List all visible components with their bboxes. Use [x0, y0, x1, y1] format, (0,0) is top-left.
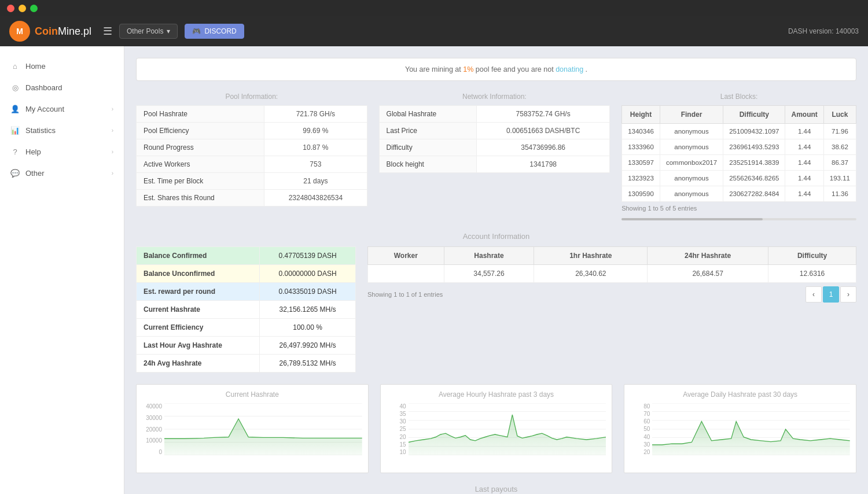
svg-marker-13	[409, 415, 606, 455]
menu-toggle[interactable]: ☰	[103, 25, 112, 38]
table-row: Pool Hashrate721.78 GH/s	[137, 106, 367, 123]
brand: M CoinMine.pl	[9, 21, 91, 42]
pool-info-section: Pool Information: Pool Hashrate721.78 GH…	[136, 93, 367, 220]
brand-name: CoinMine.pl	[35, 25, 91, 38]
table-row: 1323923anonymous255626346.82651.44193.11	[622, 171, 856, 186]
network-info-table: Global Hashrate7583752.74 GH/sLast Price…	[379, 105, 610, 173]
hourly-hashrate-title: Average Hourly Hashrate past 3 days	[387, 390, 606, 399]
pool-label: Pool Hashrate	[137, 106, 264, 123]
table-row: Balance Confirmed0.47705139 DASH	[137, 247, 356, 265]
hourly-hashrate-area: 40 35 30 25 20 15 10	[387, 403, 606, 467]
daily-y-labels: 80 70 60 50 40 30 20	[630, 403, 652, 455]
prev-page-button[interactable]: ‹	[806, 286, 822, 303]
account-row: Balance Confirmed0.47705139 DASHBalance …	[136, 246, 856, 373]
donating-link[interactable]: donating	[556, 65, 583, 73]
sidebar: ⌂ Home ◎ Dashboard 👤 My Account › 📊 Stat…	[0, 46, 124, 494]
workers-col-header: 24hr Hashrate	[648, 247, 768, 265]
next-page-button[interactable]: ›	[840, 286, 856, 303]
dashboard-icon: ◎	[10, 83, 20, 92]
table-row: Pool Efficiency99.69 %	[137, 123, 367, 139]
daily-hashrate-title: Average Daily Hashrate past 30 days	[630, 390, 850, 399]
current-hashrate-svg	[164, 403, 362, 455]
table-row: Est. reward per round0.04335019 DASH	[137, 283, 356, 301]
pool-label: Active Workers	[137, 156, 264, 173]
workers-col-header: Worker	[368, 247, 444, 265]
account-section: Account Information Balance Confirmed0.4…	[136, 232, 856, 373]
close-dot[interactable]	[7, 5, 14, 12]
discord-icon: 🎮	[192, 27, 201, 35]
table-row: Global Hashrate7583752.74 GH/s	[379, 106, 610, 123]
help-icon: ?	[10, 148, 20, 156]
workers-footer: Showing 1 to 1 of 1 entries ‹ 1 ›	[367, 286, 856, 303]
maximize-dot[interactable]	[30, 5, 38, 12]
sidebar-item-my-account[interactable]: 👤 My Account ›	[0, 98, 124, 120]
other-pools-button[interactable]: Other Pools ▾	[119, 24, 178, 39]
sidebar-item-help[interactable]: ? Help ›	[0, 141, 124, 163]
current-hashrate-title: Current Hashrate	[142, 390, 362, 399]
balance-label: Current Efficiency	[137, 319, 260, 337]
balance-value: 26,497.9920 MH/s	[260, 337, 356, 355]
sidebar-label-statistics: Statistics	[25, 126, 56, 135]
discord-button[interactable]: 🎮 DISCORD	[185, 24, 244, 39]
blocks-col-header: Difficulty	[723, 106, 785, 124]
page-1-button[interactable]: 1	[823, 286, 839, 303]
current-hashrate-chart: Current Hashrate 40000 30000 20000 10000…	[136, 384, 369, 473]
pool-value: 21 days	[264, 173, 367, 190]
sidebar-item-home[interactable]: ⌂ Home	[0, 56, 124, 77]
balance-table: Balance Confirmed0.47705139 DASHBalance …	[136, 246, 356, 373]
sidebar-item-other[interactable]: 💬 Other ›	[0, 163, 124, 184]
current-hashrate-y-labels: 40000 30000 20000 10000 0	[142, 403, 164, 455]
table-row: Current Efficiency100.00 %	[137, 319, 356, 337]
blocks-col-header: Height	[622, 106, 660, 124]
workers-section: WorkerHashrate1hr Hashrate24hr HashrateD…	[367, 246, 856, 373]
table-row: Balance Unconfirmed0.00000000 DASH	[137, 265, 356, 283]
workers-col-header: 1hr Hashrate	[534, 247, 648, 265]
net-label: Block height	[379, 156, 477, 173]
alert-banner: You are mining at 1% pool fee and you ar…	[136, 58, 856, 81]
table-row: 1333960anonymous236961493.52931.4438.62	[622, 139, 856, 155]
net-value: 354736996.86	[477, 139, 610, 156]
info-row-top: Pool Information: Pool Hashrate721.78 GH…	[136, 93, 856, 220]
svg-marker-21	[652, 422, 850, 456]
last-blocks-section: Last Blocks: HeightFinderDifficultyAmoun…	[621, 93, 856, 220]
blocks-col-header: Amount	[785, 106, 823, 124]
charts-row: Current Hashrate 40000 30000 20000 10000…	[136, 384, 856, 473]
workers-col-header: Difficulty	[768, 247, 856, 265]
table-row: 34,557.2626,340.6226,684.5712.6316	[368, 265, 856, 283]
balance-label: 24h Avg Hashrate	[137, 355, 260, 373]
pool-value: 753	[264, 156, 367, 173]
balance-value: 0.00000000 DASH	[260, 265, 356, 283]
pool-label: Pool Efficiency	[137, 123, 264, 139]
dash-version: DASH version: 140003	[788, 27, 859, 35]
balance-label: Balance Unconfirmed	[137, 265, 260, 283]
table-row: 1309590anonymous230627282.84841.4411.36	[622, 186, 856, 202]
table-row: 1330597commonbox2017235251914.38391.4486…	[622, 155, 856, 171]
blocks-col-header: Luck	[823, 106, 856, 124]
balance-label: Est. reward per round	[137, 283, 260, 301]
daily-hashrate-area: 80 70 60 50 40 30 20	[630, 403, 850, 467]
pool-info-table: Pool Hashrate721.78 GH/sPool Efficiency9…	[136, 105, 367, 207]
sidebar-item-dashboard[interactable]: ◎ Dashboard	[0, 77, 124, 98]
table-row: Last Hour Avg Hashrate26,497.9920 MH/s	[137, 337, 356, 355]
net-value: 0.00651663 DASH/BTC	[477, 123, 610, 139]
sidebar-item-statistics[interactable]: 📊 Statistics ›	[0, 120, 124, 141]
net-label: Last Price	[379, 123, 477, 139]
table-row: Est. Shares this Round23248043826534	[137, 190, 367, 207]
net-value: 1341798	[477, 156, 610, 173]
balance-label: Last Hour Avg Hashrate	[137, 337, 260, 355]
network-info-title: Network Information:	[379, 93, 610, 101]
minimize-dot[interactable]	[19, 5, 26, 12]
pool-label: Est. Time per Block	[137, 173, 264, 190]
scroll-indicator	[621, 218, 856, 220]
chevron-down-icon: ▾	[167, 27, 170, 35]
current-hashrate-area: 40000 30000 20000 10000 0	[142, 403, 362, 467]
daily-hashrate-chart: Average Daily Hashrate past 30 days 80 7…	[624, 384, 856, 473]
table-row: Active Workers753	[137, 156, 367, 173]
chevron-right-icon-other: ›	[112, 170, 113, 176]
navbar: M CoinMine.pl ☰ Other Pools ▾ 🎮 DISCORD …	[0, 16, 868, 46]
pool-label: Round Progress	[137, 139, 264, 156]
pool-value: 99.69 %	[264, 123, 367, 139]
workers-table: WorkerHashrate1hr Hashrate24hr HashrateD…	[367, 246, 856, 283]
table-row: Round Progress10.87 %	[137, 139, 367, 156]
balance-value: 0.47705139 DASH	[260, 247, 356, 265]
